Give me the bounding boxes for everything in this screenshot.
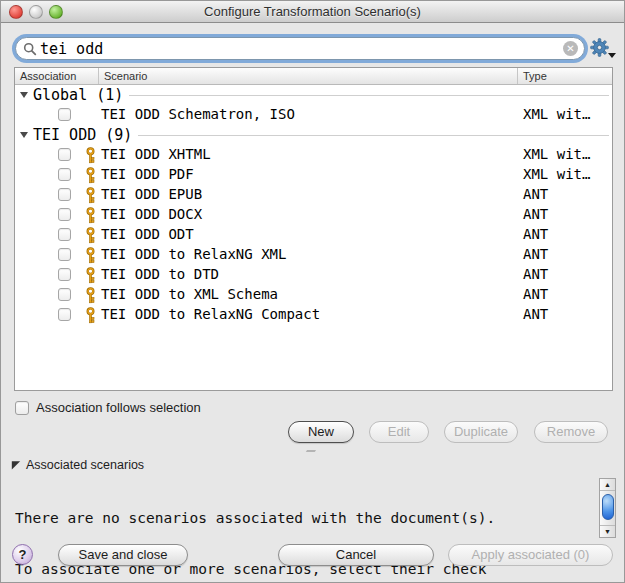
scenario-type: ANT <box>523 306 548 322</box>
new-button[interactable]: New <box>288 421 354 443</box>
scenario-type: XML wit… <box>523 106 590 122</box>
scenario-checkbox[interactable] <box>58 288 71 301</box>
table-row[interactable]: TEI ODD EPUBANT <box>15 185 612 205</box>
group-separator-line <box>129 95 609 96</box>
edit-button[interactable]: Edit <box>369 421 429 443</box>
gear-icon <box>590 43 609 60</box>
table-row[interactable]: TEI ODD DOCXANT <box>15 205 612 225</box>
scenario-checkbox[interactable] <box>58 148 71 161</box>
scenario-checkbox[interactable] <box>58 208 71 221</box>
table-header[interactable]: Association Scenario Type <box>15 68 612 85</box>
associated-scenarios-message: There are no scenarios associated with t… <box>15 476 595 583</box>
scenario-name: TEI ODD to RelaxNG Compact <box>101 306 320 322</box>
scenario-type: ANT <box>523 246 548 262</box>
column-header-association[interactable]: Association <box>15 68 99 84</box>
table-row[interactable]: TEI ODD to DTDANT <box>15 265 612 285</box>
dropdown-arrow-icon <box>608 53 616 58</box>
message-scrollbar[interactable]: ▲ ▼ <box>599 478 616 538</box>
scenario-type: XML wit… <box>523 166 590 182</box>
section-collapse-triangle-icon[interactable] <box>11 456 21 474</box>
scenario-checkbox[interactable] <box>58 168 71 181</box>
key-icon <box>85 307 96 328</box>
associated-scenarios-label: Associated scenarios <box>26 458 144 472</box>
remove-button[interactable]: Remove <box>534 421 608 443</box>
title-bar[interactable]: Configure Transformation Scenario(s) <box>1 1 624 23</box>
table-row[interactable]: TEI ODD XHTMLXML wit… <box>15 145 612 165</box>
scenario-checkbox[interactable] <box>58 268 71 281</box>
scroll-down-arrow-icon[interactable]: ▼ <box>600 525 615 537</box>
duplicate-button[interactable]: Duplicate <box>444 421 518 443</box>
search-field[interactable]: ✕ <box>15 37 585 60</box>
scenario-type: ANT <box>523 226 548 242</box>
window-title: Configure Transformation Scenario(s) <box>1 4 624 19</box>
association-follows-selection-checkbox[interactable] <box>15 401 29 415</box>
table-body: Global (1)TEI ODD Schematron, ISOXML wit… <box>15 85 612 325</box>
search-input[interactable] <box>37 40 563 58</box>
scenario-type: ANT <box>523 186 548 202</box>
scenario-name: TEI ODD XHTML <box>101 146 211 162</box>
scenario-type: XML wit… <box>523 146 590 162</box>
group-row[interactable]: Global (1) <box>15 85 612 105</box>
search-icon <box>23 42 37 56</box>
table-row[interactable]: TEI ODD PDFXML wit… <box>15 165 612 185</box>
scenario-checkbox[interactable] <box>58 228 71 241</box>
search-settings-button[interactable] <box>590 38 616 60</box>
association-follows-selection-label: Association follows selection <box>36 400 201 415</box>
scenario-name: TEI ODD to XML Schema <box>101 286 278 302</box>
table-row[interactable]: TEI ODD to RelaxNG XMLANT <box>15 245 612 265</box>
table-row[interactable]: TEI ODD Schematron, ISOXML wit… <box>15 105 612 125</box>
group-label: Global (1) <box>33 86 123 104</box>
group-label: TEI ODD (9) <box>33 126 132 144</box>
group-row[interactable]: TEI ODD (9) <box>15 125 612 145</box>
clear-search-icon[interactable]: ✕ <box>563 41 578 56</box>
scenario-type: ANT <box>523 206 548 222</box>
scenario-name: TEI ODD DOCX <box>101 206 202 222</box>
scrollbar-thumb[interactable] <box>602 494 614 520</box>
configure-transformation-dialog: Configure Transformation Scenario(s) ✕ <box>0 0 625 583</box>
scenario-name: TEI ODD PDF <box>101 166 194 182</box>
scenario-checkbox[interactable] <box>58 248 71 261</box>
cancel-button[interactable]: Cancel <box>278 544 434 566</box>
scenario-checkbox[interactable] <box>58 188 71 201</box>
associated-scenarios-section-header[interactable]: Associated scenarios <box>11 456 144 474</box>
disclosure-triangle-icon[interactable] <box>20 132 28 138</box>
table-row[interactable]: TEI ODD to XML SchemaANT <box>15 285 612 305</box>
splitter-grip[interactable] <box>306 448 317 452</box>
disclosure-triangle-icon[interactable] <box>20 92 28 98</box>
message-line: There are no scenarios associated with t… <box>15 510 595 527</box>
help-button[interactable]: ? <box>12 544 33 565</box>
group-separator-line <box>138 135 609 136</box>
scenario-checkbox[interactable] <box>58 308 71 321</box>
association-follows-selection[interactable]: Association follows selection <box>15 400 201 415</box>
scenario-checkbox[interactable] <box>58 108 71 121</box>
scenario-name: TEI ODD to DTD <box>101 266 219 282</box>
scenario-name: TEI ODD Schematron, ISO <box>101 106 295 122</box>
apply-associated-button[interactable]: Apply associated (0) <box>448 544 613 566</box>
scenario-name: TEI ODD to RelaxNG XML <box>101 246 286 262</box>
scenario-type: ANT <box>523 266 548 282</box>
table-row[interactable]: TEI ODD to RelaxNG CompactANT <box>15 305 612 325</box>
scenario-name: TEI ODD ODT <box>101 226 194 242</box>
scenarios-table[interactable]: Association Scenario Type Global (1)TEI … <box>14 67 613 391</box>
scroll-up-arrow-icon[interactable]: ▲ <box>600 479 615 491</box>
table-row[interactable]: TEI ODD ODTANT <box>15 225 612 245</box>
column-header-type[interactable]: Type <box>518 68 612 84</box>
scenario-name: TEI ODD EPUB <box>101 186 202 202</box>
save-and-close-button[interactable]: Save and close <box>58 544 188 566</box>
column-header-scenario[interactable]: Scenario <box>99 68 518 84</box>
scenario-type: ANT <box>523 286 548 302</box>
